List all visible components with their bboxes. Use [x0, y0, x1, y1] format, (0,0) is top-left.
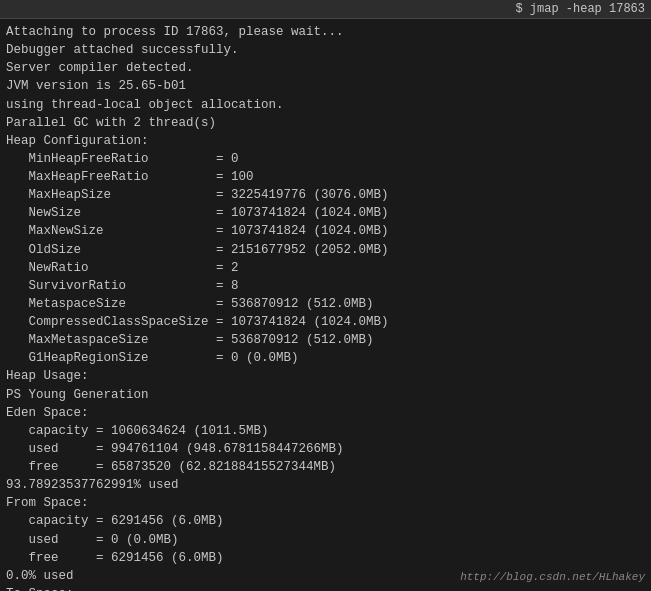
- terminal-line: used = 0 (0.0MB): [6, 531, 645, 549]
- terminal-line: Eden Space:: [6, 404, 645, 422]
- terminal-line: PS Young Generation: [6, 386, 645, 404]
- terminal-line: To Space:: [6, 585, 645, 591]
- terminal-line: NewSize = 1073741824 (1024.0MB): [6, 204, 645, 222]
- terminal-line: MetaspaceSize = 536870912 (512.0MB): [6, 295, 645, 313]
- terminal-line: Server compiler detected.: [6, 59, 645, 77]
- terminal-line: MaxNewSize = 1073741824 (1024.0MB): [6, 222, 645, 240]
- terminal-line: OldSize = 2151677952 (2052.0MB): [6, 241, 645, 259]
- terminal-line: 93.78923537762991% used: [6, 476, 645, 494]
- terminal-window: $ jmap -heap 17863 Attaching to process …: [0, 0, 651, 591]
- terminal-line: Debugger attached successfully.: [6, 41, 645, 59]
- terminal-line: G1HeapRegionSize = 0 (0.0MB): [6, 349, 645, 367]
- terminal-line: Heap Usage:: [6, 367, 645, 385]
- top-command-text: $ jmap -heap 17863: [515, 2, 645, 16]
- terminal-line: capacity = 6291456 (6.0MB): [6, 512, 645, 530]
- terminal-line: MaxHeapFreeRatio = 100: [6, 168, 645, 186]
- terminal-line: MaxMetaspaceSize = 536870912 (512.0MB): [6, 331, 645, 349]
- watermark: http://blog.csdn.net/HLhakey: [460, 571, 645, 583]
- terminal-line: free = 6291456 (6.0MB): [6, 549, 645, 567]
- terminal-line: MinHeapFreeRatio = 0: [6, 150, 645, 168]
- terminal-line: used = 994761104 (948.6781158447266MB): [6, 440, 645, 458]
- terminal-line: Heap Configuration:: [6, 132, 645, 150]
- terminal-line: MaxHeapSize = 3225419776 (3076.0MB): [6, 186, 645, 204]
- terminal-line: Parallel GC with 2 thread(s): [6, 114, 645, 132]
- terminal-line: Attaching to process ID 17863, please wa…: [6, 23, 645, 41]
- top-command-bar: $ jmap -heap 17863: [0, 0, 651, 19]
- terminal-line: From Space:: [6, 494, 645, 512]
- terminal-line: capacity = 1060634624 (1011.5MB): [6, 422, 645, 440]
- terminal-line: free = 65873520 (62.82188415527344MB): [6, 458, 645, 476]
- terminal-line: CompressedClassSpaceSize = 1073741824 (1…: [6, 313, 645, 331]
- terminal-line: SurvivorRatio = 8: [6, 277, 645, 295]
- terminal-line: JVM version is 25.65-b01: [6, 77, 645, 95]
- terminal-line: using thread-local object allocation.: [6, 96, 645, 114]
- terminal-line: NewRatio = 2: [6, 259, 645, 277]
- output-container: Attaching to process ID 17863, please wa…: [6, 23, 645, 591]
